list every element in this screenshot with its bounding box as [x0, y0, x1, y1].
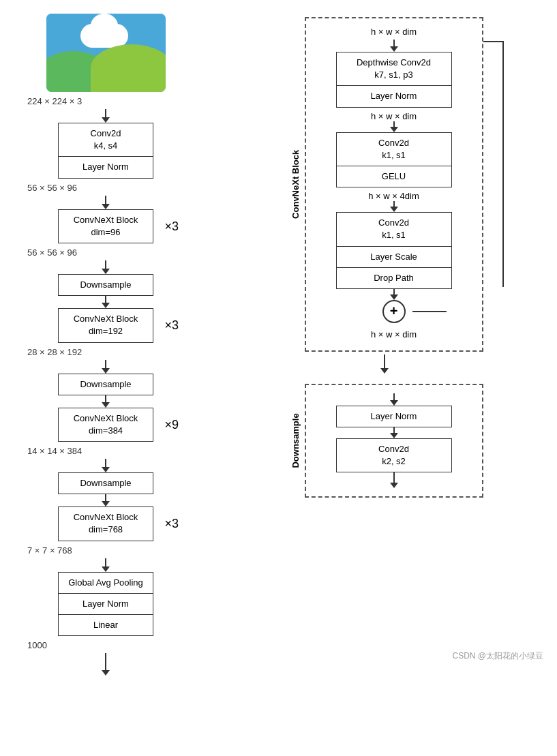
repeat-label-3: ×9: [164, 417, 179, 432]
conv2d-1-box: Conv2d k4, s4: [58, 123, 153, 157]
skip-plus-row: +: [382, 300, 406, 323]
right-input-dim: h × w × dim: [371, 27, 417, 37]
block-4-row: ConvNeXt Block dim=768 ×3: [0, 506, 211, 541]
ds-arrow-out: [390, 472, 398, 488]
block-1-box: ConvNeXt Block dim=96: [58, 209, 153, 243]
right-arrow-2: [390, 201, 398, 212]
input-dimension: 224 × 224 × 3: [0, 96, 82, 106]
arrow-2: [102, 260, 110, 274]
ds-arrow-in: [390, 393, 398, 406]
right-output-dim: h × w × dim: [371, 329, 417, 339]
convnext-block-label: ConvNeXt Block: [286, 17, 305, 352]
repeat-label-4: ×3: [164, 517, 179, 531]
arrow-1: [102, 196, 110, 209]
right-arrow-3: [390, 289, 398, 300]
arrow-6: [102, 459, 110, 472]
arrow-4: [102, 360, 110, 374]
output-dim: 1000: [0, 640, 47, 650]
dim-2: 56 × 56 × 96: [0, 247, 77, 258]
convnext-block-section: ConvNeXt Block h × w × dim Depthwise Con…: [286, 17, 483, 352]
dim-3: 28 × 28 × 192: [0, 347, 82, 357]
right-conv2d-2-box: Conv2d k1, s1: [336, 212, 452, 246]
downsample-2-box: Downsample: [58, 374, 153, 395]
arrow-5: [102, 395, 110, 408]
right-arrow-1: [390, 121, 398, 132]
gelu-box: GELU: [336, 166, 452, 187]
watermark: CSDN @太阳花的小绿豆: [452, 650, 543, 662]
block-3-row: ConvNeXt Block dim=384 ×9: [0, 408, 211, 442]
downsample-section: Downsample Layer Norm Conv2d: [286, 384, 483, 498]
right-mid-dim: h × w × dim: [371, 111, 417, 121]
block-1-row: ConvNeXt Block dim=96 ×3: [0, 209, 211, 243]
block-3-box: ConvNeXt Block dim=384: [58, 408, 153, 442]
skip-top-hline: [483, 41, 504, 42]
right-conv2d-1-box: Conv2d k1, s1: [336, 132, 452, 166]
ds-conv2d-box: Conv2d k2, s2: [336, 438, 452, 472]
arrow-8: [102, 558, 110, 572]
block-4-box: ConvNeXt Block dim=768: [58, 506, 153, 541]
plus-circle: +: [382, 300, 406, 323]
skip-vline: [502, 41, 504, 287]
downsample-1-box: Downsample: [58, 274, 153, 296]
repeat-label-2: ×3: [164, 318, 179, 333]
right-arrow-0: [390, 40, 398, 52]
arrow-9: [102, 653, 110, 676]
left-column: 224 × 224 × 3 Conv2d k4, s4 Layer Norm 5…: [0, 7, 211, 676]
layer-norm-2-box: Layer Norm: [58, 593, 153, 615]
downsample-label: Downsample: [286, 384, 305, 498]
linear-box: Linear: [58, 614, 153, 636]
arrow-7: [102, 494, 110, 506]
layer-norm-1-box: Layer Norm: [58, 156, 153, 178]
dim-5: 7 × 7 × 768: [0, 545, 72, 556]
dim-4: 14 × 14 × 384: [0, 446, 82, 456]
arrow-3: [102, 296, 110, 308]
skip-hline: [412, 311, 447, 312]
drop-path-box: Drop Path: [336, 267, 452, 289]
right-arrow-out: [380, 354, 389, 374]
ds-arrow-1: [390, 427, 398, 438]
layer-scale-box: Layer Scale: [336, 246, 452, 268]
downsample-dashed: Layer Norm Conv2d k2, s2: [305, 384, 483, 498]
right-column: ConvNeXt Block h × w × dim Depthwise Con…: [211, 7, 557, 676]
global-avg-pooling-box: Global Avg Pooling: [58, 572, 153, 594]
downsample-3-box: Downsample: [58, 472, 153, 494]
right-layer-norm-box: Layer Norm: [336, 85, 452, 107]
ds-layer-norm-box: Layer Norm: [336, 406, 452, 427]
right-expand-dim: h × w × 4dim: [368, 191, 419, 201]
block-2-box: ConvNeXt Block dim=192: [58, 308, 153, 342]
block-2-row: ConvNeXt Block dim=192 ×3: [0, 308, 211, 342]
depthwise-conv2d-box: Depthwise Conv2d k7, s1, p3: [336, 52, 452, 86]
input-image: [46, 14, 166, 92]
repeat-label-1: ×3: [164, 219, 179, 233]
dim-1: 56 × 56 × 96: [0, 183, 77, 193]
convnext-block-dashed: h × w × dim Depthwise Conv2d k7, s1, p3 …: [305, 17, 483, 352]
arrow-0: [102, 109, 110, 123]
